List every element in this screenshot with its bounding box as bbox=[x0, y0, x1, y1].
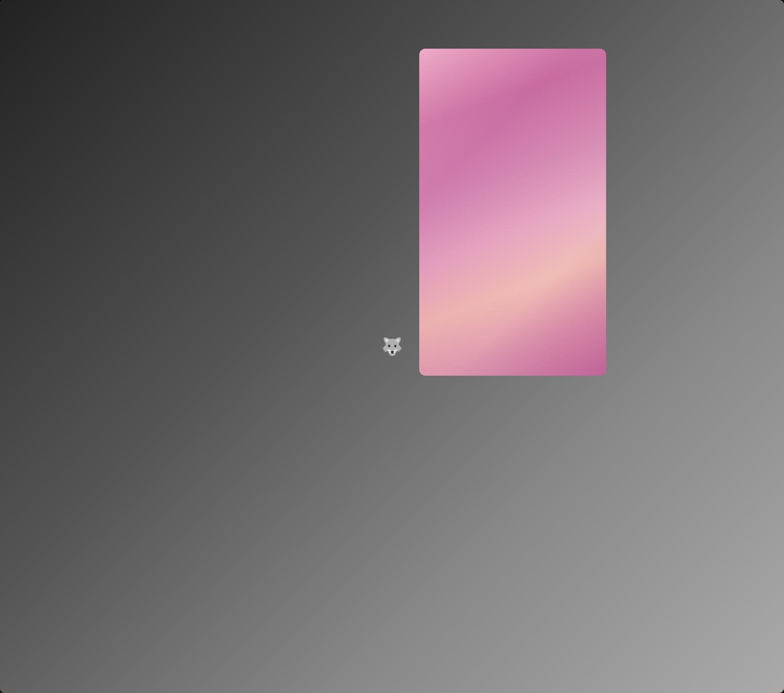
partial-4-icon: 🐺 bbox=[178, 334, 226, 382]
partial-4-thumb: 🐺 bbox=[178, 334, 226, 382]
left-panel: Enter prompt 0/200 Sunset cliffs Never e… bbox=[0, 26, 241, 693]
preview-canvas bbox=[419, 49, 606, 376]
art-style-partial-row: 🦁 🌊 🏜 🐺 bbox=[16, 334, 226, 382]
main-layout: Enter prompt 0/200 Sunset cliffs Never e… bbox=[0, 26, 784, 693]
art-style-partial-4[interactable]: 🐺 bbox=[178, 334, 226, 382]
